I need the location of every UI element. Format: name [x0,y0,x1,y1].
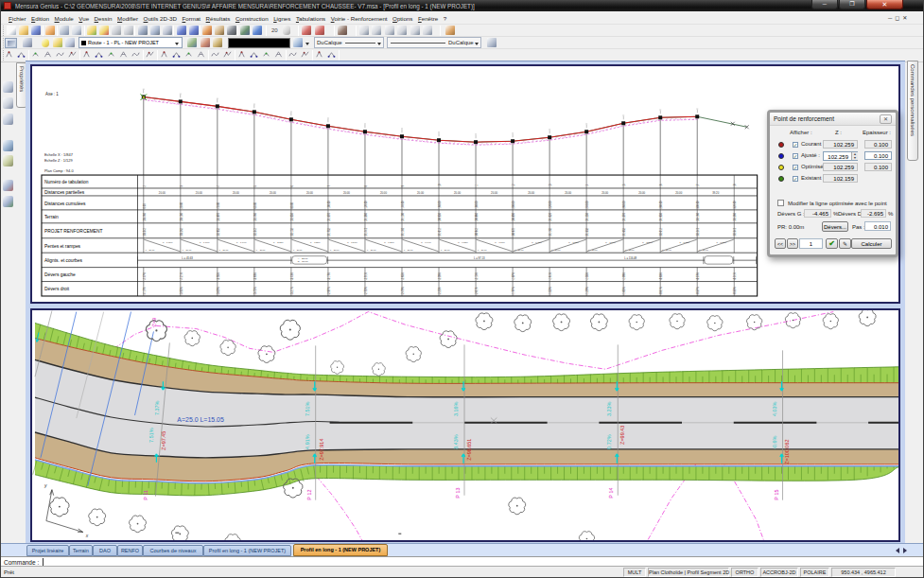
svg-text:180.00: 180.00 [475,201,479,208]
svg-text:280.00: 280.00 [659,201,663,208]
svg-text:P = 1.10%: P = 1.10% [200,241,210,243]
svg-text:100.860: 100.860 [475,212,479,221]
svg-text:-0.57%: -0.57% [696,271,700,280]
svg-text:L = 20.00: L = 20.00 [699,249,708,251]
svg-text:102.260: 102.260 [733,212,737,221]
svg-text:20.00: 20.00 [196,191,202,195]
svg-text:P 12: P 12 [306,489,312,499]
svg-text:102.460: 102.460 [253,212,257,221]
svg-text:-0.6%: -0.6% [772,435,777,448]
svg-text:101.670: 101.670 [327,212,331,221]
svg-text:101.360: 101.360 [364,212,368,221]
svg-text:300.00: 300.00 [696,201,700,208]
svg-text:102.242: 102.242 [696,227,700,236]
svg-text:Plan Comp : 94.0: Plan Comp : 94.0 [44,168,74,173]
svg-text:-0.31%: -0.31% [733,271,737,280]
svg-text:Distances cumulées: Distances cumulées [44,201,86,206]
svg-text:101.442: 101.442 [364,227,368,236]
svg-text:P = 2.20%: P = 2.20% [642,241,653,243]
svg-text:-1.87%: -1.87% [512,271,515,280]
svg-text:-1.09%: -1.09% [622,271,626,280]
svg-text:4.91%: 4.91% [305,434,310,449]
svg-text:140.00: 140.00 [401,201,405,208]
svg-text:Alignts. et courbes: Alignts. et courbes [44,258,83,263]
svg-text:-0.81%: -0.81% [659,287,663,295]
svg-text:-0.57%: -0.57% [696,287,700,295]
svg-text:y: y [44,483,47,488]
svg-text:-3.21%: -3.21% [290,287,294,295]
svg-text:-3.17%: -3.17% [327,271,331,280]
svg-text:7.51%: 7.51% [148,428,154,443]
svg-text:-1.77%: -1.77% [512,287,515,295]
svg-text:Axe : 1: Axe : 1 [45,92,59,96]
svg-text:P = 1.64%: P = 1.64% [236,241,247,243]
svg-text:200.00: 200.00 [512,201,515,208]
svg-text:P = 1.12%: P = 1.12% [568,241,579,243]
svg-text:-1.53%: -1.53% [549,287,552,295]
svg-text:P = 1.12%: P = 1.12% [679,241,689,243]
svg-text:-0.83%: -0.83% [659,271,663,280]
svg-text:P = 1.36%: P = 1.36% [163,241,173,243]
svg-text:40.00: 40.00 [217,201,220,208]
svg-text:P 11: P 11 [143,490,148,500]
svg-text:103.262: 103.262 [180,227,183,236]
svg-text:60.00: 60.00 [253,201,257,208]
svg-text:20.00: 20.00 [528,191,534,195]
svg-text:103.180: 103.180 [180,212,183,221]
svg-text:7.51%: 7.51% [305,401,310,416]
svg-text:Z=97.45: Z=97.45 [161,431,166,450]
svg-text:P 14: P 14 [608,488,614,499]
svg-text:101.652: 101.652 [622,227,626,236]
svg-text:Z=98.651: Z=98.651 [466,439,472,461]
svg-text:L = 20.00: L = 20.00 [256,249,266,251]
svg-text:L = 20.00: L = 20.00 [330,249,340,251]
svg-text:P 13: P 13 [455,488,461,499]
svg-text:P = 1.74%: P = 1.74% [605,241,616,243]
svg-text:100.890: 100.890 [512,212,515,221]
svg-text:-3.69%: -3.69% [217,287,220,295]
svg-text:120.00: 120.00 [364,201,368,208]
svg-text:-3.69%: -3.69% [253,271,257,280]
svg-text:101.020: 101.020 [549,212,552,221]
svg-text:20.00: 20.00 [270,191,276,195]
svg-text:L = 20.00: L = 20.00 [404,249,413,251]
svg-text:20.00: 20.00 [343,191,350,195]
svg-text:101.332: 101.332 [585,227,589,236]
svg-text:320.00: 320.00 [733,201,737,208]
svg-text:Z=9: Z=9 [151,318,157,327]
svg-text:-2.73%: -2.73% [364,287,368,295]
svg-text:102.342: 102.342 [733,227,737,236]
svg-text:102.160: 102.160 [696,212,700,221]
svg-text:P = 1.57%: P = 1.57% [347,241,357,243]
svg-text:x: x [85,534,89,538]
svg-text:PROJET RENFORCEMENT: PROJET RENFORCEMENT [44,229,102,234]
svg-text:P = 0.45%: P = 0.45% [532,241,542,243]
svg-text:L = 20.00: L = 20.00 [514,249,524,251]
svg-text:20.00: 20.00 [180,201,183,208]
svg-text:220.00: 220.00 [549,201,552,208]
svg-text:20.00: 20.00 [233,191,239,195]
svg-text:P = 0.94%: P = 0.94% [421,241,431,243]
svg-text:L = 20.00: L = 20.00 [662,249,671,251]
svg-text:L = 20.00: L = 20.00 [441,249,450,251]
svg-text:-3.45%: -3.45% [253,287,257,295]
svg-text:Z=100.062: Z=100.062 [785,440,791,464]
svg-text:L = 20.00: L = 20.00 [146,249,155,251]
svg-text:4.03%: 4.03% [772,401,777,416]
svg-text:L = 20.00: L = 20.00 [551,249,561,251]
svg-text:240.00: 240.00 [585,201,589,208]
svg-text:3.43%: 3.43% [453,434,459,449]
svg-text:P = 1.26%: P = 1.26% [384,241,394,243]
svg-text:-0.33%: -0.33% [733,287,737,295]
svg-text:Terrain: Terrain [44,215,59,219]
svg-text:3.23%: 3.23% [606,401,612,416]
svg-text:P = 0.52%: P = 0.52% [458,241,468,243]
svg-text:101.102: 101.102 [549,227,552,236]
svg-text:A=25.0 L=15.05: A=25.0 L=15.05 [177,416,224,423]
svg-text:101.752: 101.752 [327,227,331,236]
svg-text:L = 97.13: L = 97.13 [474,256,485,260]
svg-text:0.72%: 0.72% [606,434,612,449]
svg-text:0.00: 0.00 [143,203,147,209]
svg-text:-4.21%: -4.21% [180,271,183,280]
svg-text:100.00: 100.00 [327,201,331,208]
